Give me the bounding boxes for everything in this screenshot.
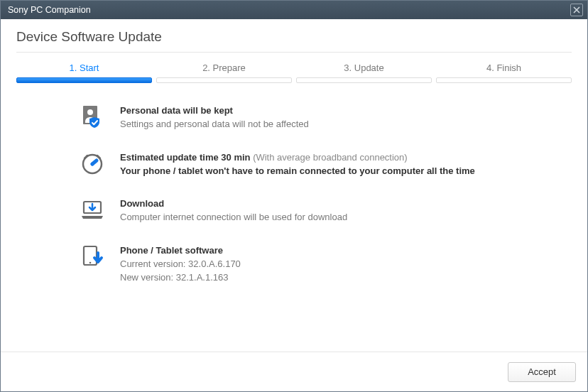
info-heading: Download (120, 197, 347, 211)
info-text: Personal data will be kept Settings and … (120, 104, 309, 131)
laptop-download-icon (80, 197, 104, 222)
current-version-line: Current version: 32.0.A.6.170 (120, 258, 241, 271)
info-heading-line: Estimated update time 30 min (With avera… (120, 151, 475, 165)
step-tracker: 1. Start 2. Prepare 3. Update 4. Finish (16, 57, 572, 86)
step-label: 2. Prepare (156, 57, 292, 77)
divider (16, 52, 572, 53)
svg-point-5 (91, 162, 94, 165)
content-area: Device Software Update 1. Start 2. Prepa… (1, 19, 587, 352)
close-icon (573, 6, 580, 13)
svg-point-8 (89, 262, 92, 264)
info-estimated-time: Estimated update time 30 min (With avera… (80, 151, 572, 178)
info-text: Estimated update time 30 min (With avera… (120, 151, 475, 178)
new-version-label: New version: (120, 272, 173, 283)
current-version-label: Current version: (120, 258, 185, 269)
info-download: Download Computer internet connection wi… (80, 197, 572, 224)
tablet-download-icon (80, 244, 104, 268)
info-text: Phone / Tablet software Current version:… (120, 244, 241, 285)
info-heading: Phone / Tablet software (120, 244, 241, 258)
info-personal-data: Personal data will be kept Settings and … (80, 104, 572, 131)
new-version-value: 32.1.A.1.163 (176, 272, 229, 283)
step-prepare: 2. Prepare (156, 57, 292, 86)
info-heading: Personal data will be kept (120, 104, 309, 118)
footer: Accept (1, 352, 587, 391)
step-finish: 4. Finish (436, 57, 572, 86)
info-sub: Settings and personal data will not be a… (120, 118, 309, 131)
step-label: 1. Start (16, 57, 152, 77)
step-progress-bar (436, 77, 572, 83)
clock-icon (80, 151, 104, 175)
window-title: Sony PC Companion (8, 5, 91, 15)
step-progress-bar (296, 77, 432, 83)
step-label: 3. Update (296, 57, 432, 77)
step-update: 3. Update (296, 57, 432, 86)
svg-point-3 (87, 109, 93, 115)
titlebar[interactable]: Sony PC Companion (1, 1, 587, 19)
info-sub: Computer internet connection will be use… (120, 211, 347, 224)
step-progress-bar (156, 77, 292, 83)
info-line2: Your phone / tablet won't have to remain… (120, 165, 475, 178)
person-shield-icon (80, 104, 104, 129)
accept-button[interactable]: Accept (508, 362, 576, 382)
step-label: 4. Finish (436, 57, 572, 77)
window-frame: Sony PC Companion Device Software Update… (0, 0, 588, 392)
info-paren: (With average broadband connection) (253, 152, 408, 163)
info-list: Personal data will be kept Settings and … (80, 104, 572, 285)
current-version-value: 32.0.A.6.170 (188, 258, 241, 269)
new-version-line: New version: 32.1.A.1.163 (120, 271, 241, 285)
info-software-version: Phone / Tablet software Current version:… (80, 244, 572, 285)
page-title: Device Software Update (16, 29, 572, 45)
step-progress-bar (16, 77, 152, 83)
close-button[interactable] (570, 4, 583, 16)
info-heading: Estimated update time 30 min (120, 152, 251, 163)
step-start: 1. Start (16, 57, 152, 86)
info-text: Download Computer internet connection wi… (120, 197, 347, 224)
